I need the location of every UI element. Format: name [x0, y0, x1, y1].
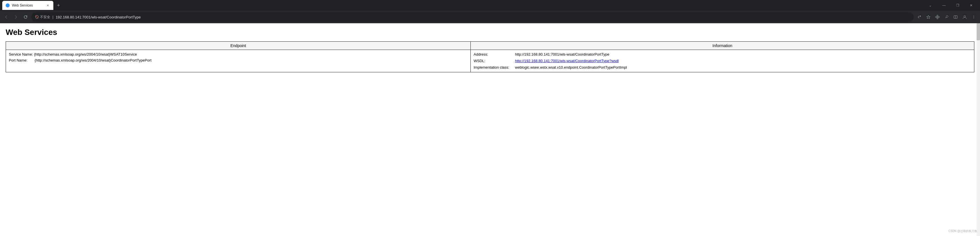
window-controls: ⌄ — ❐ ✕ [924, 0, 978, 11]
table-row: Service Name: {http://schemas.xmlsoap.or… [6, 50, 974, 72]
impl-label: Implementation class: [474, 65, 509, 71]
wsdl-label: WSDL: [474, 58, 509, 64]
svg-marker-1 [927, 15, 930, 19]
profile-pin-button[interactable] [943, 13, 950, 21]
separator: | [52, 15, 53, 19]
chevron-down-button[interactable]: ⌄ [924, 0, 937, 11]
information-cell: Address: http://192.168.80.141:7001/wls-… [471, 50, 974, 72]
impl-value: weblogic.wsee.wstx.wsat.v10.endpoint.Coo… [515, 65, 971, 71]
restore-button[interactable]: ❐ [951, 0, 964, 11]
toolbar-actions [915, 13, 978, 21]
svg-rect-4 [937, 16, 938, 17]
service-name-label: Service Name: [9, 52, 33, 57]
info-grid: Address: http://192.168.80.141:7001/wls-… [474, 52, 971, 70]
svg-rect-3 [937, 15, 938, 16]
profile-button[interactable] [961, 13, 969, 21]
port-name-row: Port Name: {http://schemas.xmlsoap.org/w… [9, 58, 468, 63]
back-button[interactable] [2, 13, 10, 21]
address-bar[interactable]: 不安全 | [31, 13, 913, 22]
scrollbar[interactable] [977, 23, 980, 236]
wsdl-link-cell: http://192.168.80.141:7001/wls-wsat/Coor… [515, 58, 971, 64]
minimize-button[interactable]: — [937, 0, 950, 11]
port-name-value: {http://schemas.xmlsoap.org/ws/2004/10/w… [35, 58, 151, 62]
tab-close-button[interactable]: ✕ [45, 3, 50, 8]
wsdl-link[interactable]: http://192.168.80.141:7001/wls-wsat/Coor… [515, 59, 619, 63]
endpoint-column-header: Endpoint [6, 42, 471, 50]
split-screen-button[interactable] [951, 13, 959, 21]
svg-rect-6 [937, 18, 938, 19]
svg-point-11 [974, 17, 974, 17]
url-input[interactable] [56, 15, 910, 19]
page-title: Web Services [6, 28, 974, 37]
address-value: http://192.168.80.141:7001/wls-wsat/Coor… [515, 52, 971, 58]
svg-point-10 [974, 16, 974, 16]
close-button[interactable]: ✕ [965, 0, 978, 11]
web-services-table: Endpoint Information Service Name: {http… [6, 41, 974, 72]
menu-button[interactable] [970, 13, 978, 21]
reload-button[interactable] [22, 13, 30, 21]
forward-button[interactable] [12, 13, 20, 21]
bookmark-button[interactable] [924, 13, 932, 21]
scrollbar-thumb[interactable] [977, 23, 980, 40]
svg-rect-5 [938, 16, 939, 17]
tab-title: Web Services [12, 3, 43, 7]
endpoint-cell: Service Name: {http://schemas.xmlsoap.or… [6, 50, 471, 72]
watermark: CSDN @过期的秋刀鱼 [948, 229, 977, 233]
svg-point-9 [964, 16, 966, 17]
address-bar-row: 不安全 | [0, 11, 980, 23]
svg-point-12 [974, 18, 974, 19]
tab-favicon-icon: 🌐 [6, 3, 10, 7]
extensions-button[interactable] [934, 13, 942, 21]
active-tab[interactable]: 🌐 Web Services ✕ [2, 1, 53, 10]
service-name-row: Service Name: {http://schemas.xmlsoap.or… [9, 52, 468, 58]
service-name-value: {http://schemas.xmlsoap.org/ws/2004/10/w… [34, 52, 137, 57]
security-icon: 不安全 [35, 15, 50, 20]
tab-bar: 🌐 Web Services ✕ + ⌄ — ❐ ✕ [0, 0, 980, 11]
share-button[interactable] [915, 13, 923, 21]
svg-rect-2 [935, 16, 937, 17]
port-name-label: Port Name: [9, 58, 27, 62]
address-label: Address: [474, 52, 509, 58]
security-label: 不安全 [40, 15, 50, 20]
new-tab-button[interactable]: + [54, 2, 62, 10]
information-column-header: Information [471, 42, 974, 50]
browser-chrome: 🌐 Web Services ✕ + ⌄ — ❐ ✕ [0, 0, 980, 23]
page-content: Web Services Endpoint Information Servic… [0, 23, 980, 236]
